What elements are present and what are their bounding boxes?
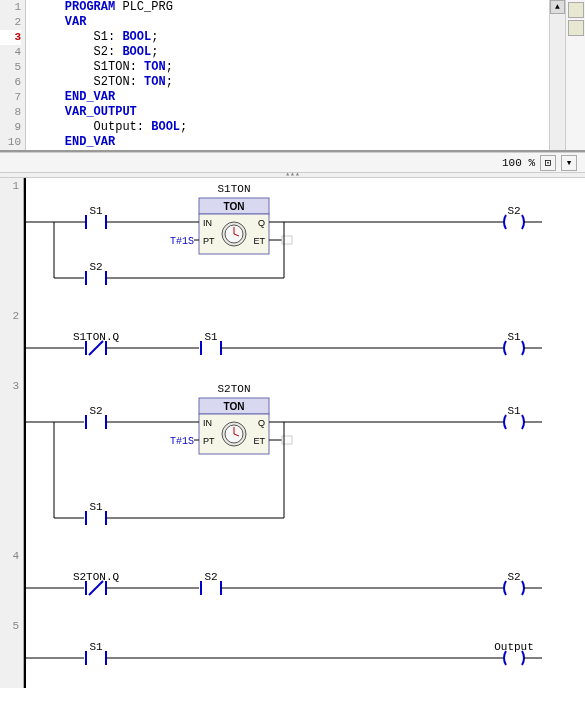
code-line[interactable]: END_VAR (36, 135, 549, 150)
coil-label: S2 (507, 205, 520, 217)
contact-label: S1 (204, 331, 218, 343)
code-area[interactable]: PROGRAM PLC_PRG VAR S1: BOOL; S2: BOOL; … (26, 0, 549, 150)
rung-number: 4 (0, 548, 23, 618)
fb-pin-pt: PT (203, 436, 215, 446)
contact-label: S1 (89, 205, 103, 217)
coil-label: S1 (507, 405, 521, 417)
fb-type-label: TON (224, 401, 245, 412)
code-line[interactable]: Output: BOOL; (36, 120, 549, 135)
coil-label: S1 (507, 331, 521, 343)
contact-no[interactable] (86, 415, 106, 429)
contact-no[interactable] (86, 271, 106, 285)
line-number: 1 (0, 0, 21, 15)
contact-label: S2 (89, 261, 102, 273)
code-line[interactable]: VAR (36, 15, 549, 30)
rung-number: 3 (0, 378, 23, 548)
fb-pin-q: Q (258, 218, 265, 228)
line-number: 7 (0, 90, 21, 105)
code-line[interactable]: VAR_OUTPUT (36, 105, 549, 120)
coil-label: S2 (507, 571, 520, 583)
scroll-up-arrow[interactable]: ▲ (550, 0, 565, 14)
rung-number: 5 (0, 618, 23, 688)
fb-pin-et: ET (253, 436, 265, 446)
power-rail (24, 178, 26, 688)
coil[interactable] (504, 341, 524, 355)
code-line[interactable]: S1TON: TON; (36, 60, 549, 75)
code-line[interactable]: S1: BOOL; (36, 30, 549, 45)
contact-label: S2TON.Q (73, 571, 120, 583)
contact-no[interactable] (86, 511, 106, 525)
ladder-body[interactable]: S1TON TON IN PT Q ET S1 T#1S (24, 178, 585, 688)
contact-label: S1 (89, 641, 103, 653)
rung-3[interactable]: S2TON TON IN PT Q ET S2 T#1S S1 (24, 378, 564, 548)
zoom-value: 100 % (502, 157, 535, 169)
fb-pin-pt: PT (203, 236, 215, 246)
contact-label: S1TON.Q (73, 331, 120, 343)
line-number: 8 (0, 105, 21, 120)
line-number: 3 (0, 30, 21, 45)
structured-view-icon[interactable] (568, 2, 584, 18)
contact-no[interactable] (86, 215, 106, 229)
contact-label: S2 (204, 571, 217, 583)
rung-2[interactable]: S1TON.Q S1 S1 (24, 308, 564, 378)
zoom-dropdown-icon[interactable]: ▾ (561, 155, 577, 171)
vertical-scrollbar[interactable]: ▲ (549, 0, 565, 150)
coil[interactable] (504, 415, 524, 429)
rung-number: 2 (0, 308, 23, 378)
contact-label: S1 (89, 501, 103, 513)
pt-literal: T#1S (170, 436, 194, 447)
rung-4[interactable]: S2TON.Q S2 S2 (24, 548, 564, 618)
nc-slash (89, 581, 103, 595)
nc-slash (89, 341, 103, 355)
line-number: 6 (0, 75, 21, 90)
zoom-fit-icon[interactable]: ⊡ (540, 155, 556, 171)
contact-no[interactable] (201, 341, 221, 355)
coil[interactable] (504, 651, 524, 665)
code-line[interactable]: S2: BOOL; (36, 45, 549, 60)
line-number: 4 (0, 45, 21, 60)
coil[interactable] (504, 581, 524, 595)
side-toolbar (565, 0, 585, 150)
line-number: 2 (0, 15, 21, 30)
code-line[interactable]: S2TON: TON; (36, 75, 549, 90)
code-line[interactable]: END_VAR (36, 90, 549, 105)
fb-pin-in: IN (203, 418, 212, 428)
pt-literal: T#1S (170, 236, 194, 247)
tabular-view-icon[interactable] (568, 20, 584, 36)
code-gutter: 12345678910 (0, 0, 26, 150)
line-number: 9 (0, 120, 21, 135)
line-number: 10 (0, 135, 21, 150)
rung-1[interactable]: S1TON TON IN PT Q ET S1 T#1S (24, 178, 564, 308)
coil[interactable] (504, 215, 524, 229)
code-line[interactable]: PROGRAM PLC_PRG (36, 0, 549, 15)
coil-label: Output (494, 641, 534, 653)
rung-number: 1 (0, 178, 23, 308)
fb-pin-in: IN (203, 218, 212, 228)
rung-5[interactable]: S1 Output (24, 618, 564, 688)
fb-pin-q: Q (258, 418, 265, 428)
ladder-pane: 1 2 3 4 5 S1TON TON IN PT Q ET S1 (0, 178, 585, 688)
ladder-gutter: 1 2 3 4 5 (0, 178, 24, 688)
fb-pin-et: ET (253, 236, 265, 246)
line-number: 5 (0, 60, 21, 75)
fb-type-label: TON (224, 201, 245, 212)
contact-label: S2 (89, 405, 102, 417)
code-pane: 12345678910 PROGRAM PLC_PRG VAR S1: BOOL… (0, 0, 585, 152)
fb-instance-label: S2TON (217, 383, 250, 395)
contact-no[interactable] (201, 581, 221, 595)
fb-instance-label: S1TON (217, 183, 250, 195)
contact-no[interactable] (86, 651, 106, 665)
